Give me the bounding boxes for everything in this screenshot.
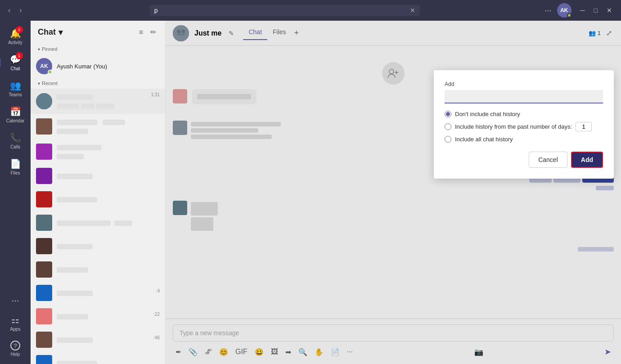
active-indicator [0,58,0,67]
radio-all-history-input[interactable] [445,136,451,143]
recent-chat-item-4[interactable] [31,188,165,211]
chat-info-9: :22 [57,312,160,321]
recent-chat-item-3[interactable] [31,164,165,188]
calls-icon: 📞 [10,132,21,143]
search-bar: ✕ [150,5,420,16]
pinned-section-label[interactable]: Pinned [31,44,165,54]
chat-list-title[interactable]: Chat ▾ [38,27,63,37]
close-button[interactable]: ✕ [603,5,616,16]
recent-section-label[interactable]: Recent [31,78,165,89]
modal-input-container [445,90,603,111]
recent-chat-item-2[interactable] [31,139,165,164]
sidebar-item-apps[interactable]: ⚏ Apps [3,311,28,335]
chat-info-3 [57,171,160,180]
compose-button[interactable]: ✏ [148,26,158,38]
sidebar-item-teams[interactable]: 👥 Teams [3,76,28,101]
recent-chat-item-10[interactable]: :46 [31,328,165,351]
avatar-status [567,13,572,18]
pinned-chat-info: Ayush Kumar (You) [57,63,160,70]
sidebar-item-activity[interactable]: 🔔 2 Activity [3,24,28,49]
recent-chat-item-6[interactable] [31,234,165,258]
recent-chat-item-7[interactable] [31,258,165,281]
more-options-icon[interactable]: ··· [545,6,552,15]
back-button[interactable]: ‹ [5,4,13,16]
recent-chat-item-0[interactable]: 1:31 [31,89,165,114]
chat-avatar-11 [36,355,52,364]
chat-avatar-9 [36,308,52,324]
chat-info-5 [57,218,160,227]
chat-avatar-5 [36,215,52,231]
modal-actions: Cancel Add [445,152,603,168]
main-layout: 🔔 2 Activity 💬 1 Chat 👥 Teams 📅 Calendar… [0,21,621,364]
avatar[interactable]: AK [557,3,572,18]
recent-chat-item-9[interactable]: :22 [31,305,165,328]
search-input[interactable] [154,7,406,14]
titlebar: ‹ › ✕ ··· AK ─ □ ✕ [0,0,621,21]
radio-history-days[interactable]: Include history from the past number of … [445,122,603,131]
chat-nav-label: Chat [10,66,20,71]
pinned-chat-name: Ayush Kumar (You) [57,63,160,70]
filter-button[interactable]: ≡ [137,26,145,38]
svg-point-0 [36,93,52,109]
sidebar-item-chat[interactable]: 💬 1 Chat [3,50,28,75]
maximize-button[interactable]: □ [590,5,601,16]
chat-avatar-6 [36,238,52,254]
days-input[interactable] [576,122,592,131]
chat-list: Chat ▾ ≡ ✏ Pinned AK Ayush Kumar (You) R… [31,21,166,364]
main-content: Just me ✎ Chat Files + 👥 1 ⤢ [166,21,621,364]
recent-chat-item-8[interactable]: :4 [31,281,165,305]
calls-label: Calls [10,144,20,149]
sidebar-item-calendar[interactable]: 📅 Calendar [3,103,28,127]
calendar-icon: 📅 [10,106,21,117]
recent-chat-item-5[interactable] [31,211,165,234]
chat-info-10: :46 [57,335,160,344]
files-label: Files [10,171,20,175]
add-people-input[interactable] [445,90,603,103]
recent-chat-item-11[interactable] [31,351,165,364]
chat-avatar-10 [36,332,52,348]
add-button[interactable]: Add [571,152,603,168]
chat-list-chevron-icon: ▾ [58,27,63,37]
more-nav-icon[interactable]: ··· [8,292,23,309]
radio-history-days-input[interactable] [445,123,451,130]
chat-avatar-0 [36,93,52,109]
modal-label: Add [445,81,603,87]
radio-all-history[interactable]: Include all chat history [445,136,603,143]
activity-badge: 2 [16,26,23,33]
sidebar-item-help[interactable]: ? Help [3,337,28,360]
sidebar-item-files[interactable]: 📄 Files [3,155,28,179]
radio-no-history[interactable]: Don't include chat history [445,111,603,117]
files-icon: 📄 [10,158,21,169]
chat-badge: 1 [16,52,23,59]
cancel-button[interactable]: Cancel [529,152,567,168]
search-close-icon[interactable]: ✕ [410,7,415,14]
chat-list-actions: ≡ ✏ [137,26,158,38]
chat-info-4 [57,195,160,204]
radio-all-history-label: Include all chat history [455,136,513,143]
minimize-button[interactable]: ─ [577,5,589,16]
recent-chat-item-1[interactable] [31,114,165,139]
chat-info-1 [57,117,160,135]
chat-nav-icon: 💬 1 [10,54,21,65]
titlebar-right: ··· AK ─ □ ✕ [545,3,616,18]
forward-button[interactable]: › [17,4,24,16]
pinned-chat-item[interactable]: AK Ayush Kumar (You) [31,54,165,78]
chat-info-6 [57,242,160,251]
chat-avatar-2 [36,144,52,160]
window-controls: ─ □ ✕ [577,5,616,16]
radio-no-history-input[interactable] [445,111,451,117]
avatar-initials: AK [560,7,568,13]
chat-info-11 [57,359,160,364]
avatar-online-status [48,70,52,74]
apps-label: Apps [10,327,21,332]
chat-avatar-8 [36,285,52,301]
radio-group: Don't include chat history Include histo… [445,111,603,143]
help-icon: ? [10,341,20,351]
calendar-label: Calendar [6,118,25,123]
pinned-avatar: AK [36,58,52,74]
radio-history-days-label: Include history from the past number of … [455,123,572,130]
modal-overlay: Add Don't include chat history Include h… [166,21,621,364]
sidebar-item-calls[interactable]: 📞 Calls [3,129,28,153]
chat-list-title-text: Chat [38,27,56,37]
chat-avatar-4 [36,191,52,207]
